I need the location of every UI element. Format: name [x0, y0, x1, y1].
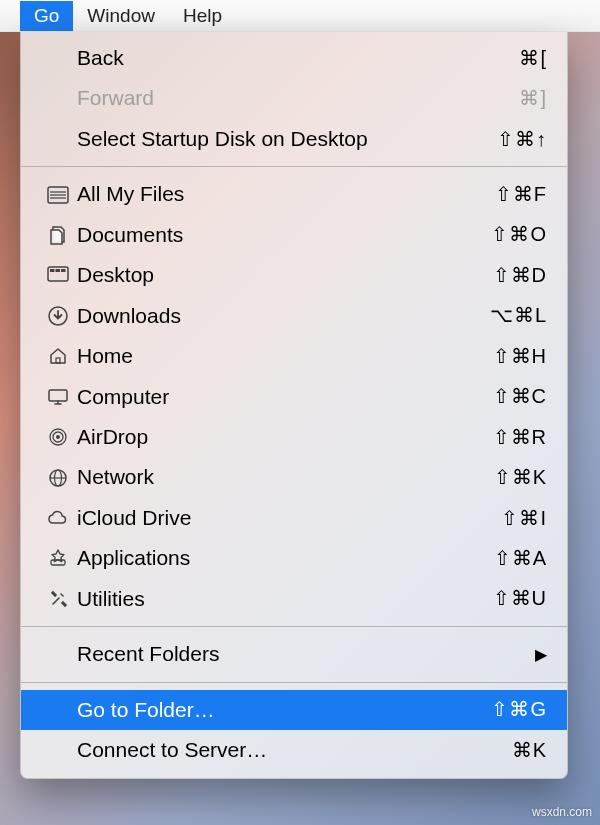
menu-airdrop-shortcut: ⇧⌘R — [493, 423, 547, 452]
menu-downloads-label: Downloads — [77, 301, 490, 331]
menu-airdrop-label: AirDrop — [77, 422, 493, 452]
menu-desktop-shortcut: ⇧⌘D — [493, 261, 547, 290]
svg-rect-5 — [50, 269, 55, 272]
menu-all-my-files-label: All My Files — [77, 179, 495, 209]
menu-network[interactable]: Network ⇧⌘K — [21, 457, 567, 497]
cloud-icon — [43, 510, 73, 526]
menu-connect-to-server-shortcut: ⌘K — [512, 736, 547, 765]
menu-documents-shortcut: ⇧⌘O — [491, 220, 547, 249]
menu-network-label: Network — [77, 462, 494, 492]
menu-back-shortcut: ⌘[ — [519, 44, 547, 73]
computer-icon — [43, 388, 73, 406]
menu-computer[interactable]: Computer ⇧⌘C — [21, 377, 567, 417]
svg-point-11 — [56, 435, 60, 439]
desktop-icon — [43, 266, 73, 284]
menu-desktop-label: Desktop — [77, 260, 493, 290]
menu-documents-label: Documents — [77, 220, 491, 250]
menu-utilities-label: Utilities — [77, 584, 493, 614]
menu-back-label: Back — [43, 43, 519, 73]
menu-forward-label: Forward — [43, 83, 519, 113]
menu-network-shortcut: ⇧⌘K — [494, 463, 547, 492]
all-my-files-icon — [43, 186, 73, 204]
menu-connect-to-server-label: Connect to Server… — [43, 735, 512, 765]
menubar-go[interactable]: Go — [20, 1, 73, 31]
menu-forward: Forward ⌘] — [21, 78, 567, 118]
menu-applications[interactable]: Applications ⇧⌘A — [21, 538, 567, 578]
menu-go-to-folder[interactable]: Go to Folder… ⇧⌘G — [21, 690, 567, 730]
applications-icon — [43, 548, 73, 568]
submenu-arrow-icon: ▶ — [535, 643, 547, 666]
menu-back[interactable]: Back ⌘[ — [21, 38, 567, 78]
network-icon — [43, 468, 73, 488]
menu-select-startup-disk-label: Select Startup Disk on Desktop — [43, 124, 497, 154]
menu-home[interactable]: Home ⇧⌘H — [21, 336, 567, 376]
menu-select-startup-disk[interactable]: Select Startup Disk on Desktop ⇧⌘↑ — [21, 119, 567, 159]
documents-icon — [43, 225, 73, 245]
menu-utilities-shortcut: ⇧⌘U — [493, 584, 547, 613]
menubar-help[interactable]: Help — [169, 1, 236, 31]
menu-icloud-drive[interactable]: iCloud Drive ⇧⌘I — [21, 498, 567, 538]
menu-airdrop[interactable]: AirDrop ⇧⌘R — [21, 417, 567, 457]
menu-connect-to-server[interactable]: Connect to Server… ⌘K — [21, 730, 567, 770]
menu-documents[interactable]: Documents ⇧⌘O — [21, 215, 567, 255]
menubar: Go Window Help — [0, 0, 600, 32]
go-dropdown: Back ⌘[ Forward ⌘] Select Startup Disk o… — [20, 32, 568, 779]
menubar-window-label: Window — [87, 5, 155, 26]
separator — [21, 166, 567, 167]
downloads-icon — [43, 306, 73, 326]
menu-go-to-folder-shortcut: ⇧⌘G — [491, 695, 547, 724]
menu-recent-folders[interactable]: Recent Folders ▶ — [21, 634, 567, 674]
home-icon — [43, 346, 73, 366]
menu-select-startup-disk-shortcut: ⇧⌘↑ — [497, 125, 547, 154]
menu-utilities[interactable]: Utilities ⇧⌘U — [21, 579, 567, 619]
menu-downloads-shortcut: ⌥⌘L — [490, 301, 547, 330]
watermark: wsxdn.com — [532, 805, 592, 819]
menu-desktop[interactable]: Desktop ⇧⌘D — [21, 255, 567, 295]
menubar-window[interactable]: Window — [73, 1, 169, 31]
menu-icloud-drive-label: iCloud Drive — [77, 503, 501, 533]
svg-rect-6 — [56, 269, 61, 272]
menu-forward-shortcut: ⌘] — [519, 84, 547, 113]
menu-home-label: Home — [77, 341, 493, 371]
utilities-icon — [43, 589, 73, 609]
separator — [21, 626, 567, 627]
menu-recent-folders-label: Recent Folders — [43, 639, 535, 669]
svg-rect-17 — [51, 560, 65, 565]
menu-applications-label: Applications — [77, 543, 494, 573]
menu-icloud-drive-shortcut: ⇧⌘I — [501, 504, 547, 533]
menu-computer-shortcut: ⇧⌘C — [493, 382, 547, 411]
menu-all-my-files[interactable]: All My Files ⇧⌘F — [21, 174, 567, 214]
menubar-help-label: Help — [183, 5, 222, 26]
menu-home-shortcut: ⇧⌘H — [493, 342, 547, 371]
menubar-go-label: Go — [34, 5, 59, 26]
menu-go-to-folder-label: Go to Folder… — [43, 695, 491, 725]
svg-rect-7 — [61, 269, 66, 272]
menu-downloads[interactable]: Downloads ⌥⌘L — [21, 296, 567, 336]
menu-computer-label: Computer — [77, 382, 493, 412]
svg-rect-10 — [49, 390, 67, 401]
airdrop-icon — [43, 427, 73, 447]
menu-applications-shortcut: ⇧⌘A — [494, 544, 547, 573]
separator — [21, 682, 567, 683]
menu-all-my-files-shortcut: ⇧⌘F — [495, 180, 547, 209]
